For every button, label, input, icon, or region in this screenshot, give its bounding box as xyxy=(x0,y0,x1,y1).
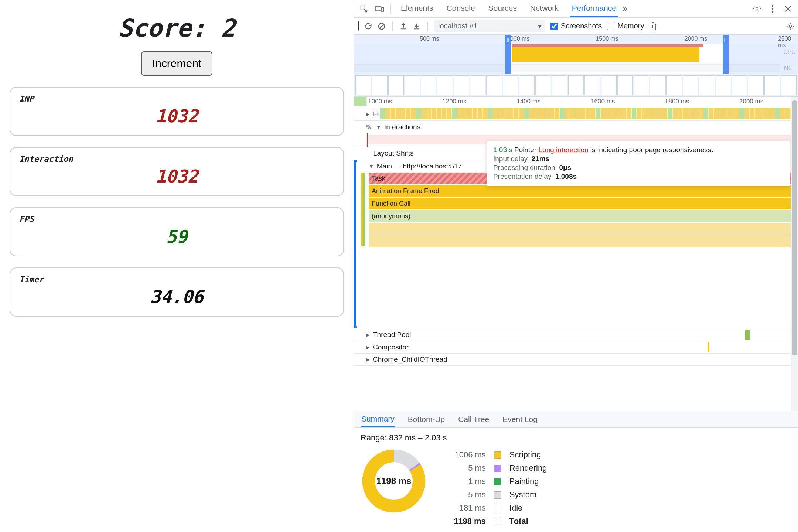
metric-fps: FPS 59 xyxy=(10,207,344,256)
metric-label-timer: Timer xyxy=(19,275,334,284)
perf-settings-gear-icon[interactable] xyxy=(786,22,794,30)
metric-interaction: Interaction 1032 xyxy=(10,147,344,196)
clear-icon[interactable] xyxy=(378,22,386,30)
context-select[interactable]: localhost #1 ▾ xyxy=(434,20,545,32)
svg-point-6 xyxy=(772,11,774,13)
screenshots-label: Screenshots xyxy=(561,22,602,30)
metric-value-fps: 59 xyxy=(19,226,334,247)
inspect-icon[interactable] xyxy=(357,2,371,16)
ov-tick: 2000 ms xyxy=(685,35,707,42)
svg-point-5 xyxy=(772,8,774,10)
lane-frames[interactable]: /* placeholder for SSR-less */ ▶ Frames xyxy=(354,108,791,121)
legend-row: 5 msSystem xyxy=(450,488,550,501)
metric-timer: Timer 34.06 xyxy=(10,267,344,317)
increment-button[interactable]: Increment xyxy=(141,51,212,76)
tab-bottom-up[interactable]: Bottom-Up xyxy=(407,412,446,427)
metric-value-interaction: 1032 xyxy=(19,166,334,187)
tab-performance[interactable]: Performance xyxy=(570,0,618,17)
devtools-panel: Elements Console Sources Network Perform… xyxy=(354,0,798,532)
overview-ruler: 500 ms 1000 ms 1500 ms 2000 ms 2500 ms xyxy=(354,35,798,44)
summary-donut: 1198 ms xyxy=(361,448,427,514)
legend-total: 1198 msTotal xyxy=(450,515,550,528)
svg-point-3 xyxy=(756,7,758,10)
chevron-down-icon: ▼ xyxy=(369,163,374,169)
flame-animation-frame[interactable]: Animation Frame Fired xyxy=(369,185,791,197)
tooltip-tail: is indicating poor page responsiveness. xyxy=(590,146,713,154)
more-tabs-icon[interactable]: » xyxy=(623,4,624,14)
upload-icon[interactable] xyxy=(399,22,407,30)
metric-value-inp: 1032 xyxy=(19,106,334,126)
memory-label: Memory xyxy=(617,22,644,30)
flame-bar[interactable] xyxy=(369,235,791,247)
devtools-tabbar: Elements Console Sources Network Perform… xyxy=(354,0,798,18)
close-devtools-icon[interactable] xyxy=(781,2,795,16)
tab-network[interactable]: Network xyxy=(529,0,560,17)
lane-label-main: Main — http://localhost:517 xyxy=(377,162,462,170)
tab-call-tree[interactable]: Call Tree xyxy=(457,412,490,427)
screenshots-checkbox[interactable]: Screenshots xyxy=(550,22,602,30)
tab-console[interactable]: Console xyxy=(445,0,477,17)
legend-row: 181 msIdle xyxy=(450,502,550,514)
svg-rect-2 xyxy=(382,7,383,11)
overview-minimap[interactable]: 500 ms 1000 ms 1500 ms 2000 ms 2500 ms C… xyxy=(354,35,798,74)
chevron-right-icon: ▶ xyxy=(366,344,370,350)
summary-tabs: Summary Bottom-Up Call Tree Event Log xyxy=(354,411,798,428)
metric-label-inp: INP xyxy=(19,94,334,103)
app-panel: Score: 2 Increment INP 1032 Interaction … xyxy=(0,0,354,532)
flame-function-call[interactable]: Function Call xyxy=(369,198,791,209)
settings-gear-icon[interactable] xyxy=(750,2,764,16)
tooltip-duration: 1.03 s xyxy=(493,146,512,154)
device-icon[interactable] xyxy=(372,2,386,16)
tooltip-link[interactable]: Long interaction xyxy=(539,146,589,154)
screenshot-filmstrip[interactable] xyxy=(354,74,798,97)
score-title: Score: 2 xyxy=(10,14,344,42)
lane-label: Thread Pool xyxy=(373,331,411,339)
ov-tick: 1500 ms xyxy=(596,35,618,42)
legend-row: 1 msPainting xyxy=(450,475,550,488)
score-value: 2 xyxy=(221,14,236,42)
tab-sources[interactable]: Sources xyxy=(487,0,518,17)
summary-range: Range: 832 ms – 2.03 s xyxy=(361,433,791,443)
tooltip-ptr: Pointer xyxy=(514,146,536,154)
pencil-icon: ✎ xyxy=(366,123,372,132)
flame-bar[interactable] xyxy=(369,223,791,235)
donut-center: 1198 ms xyxy=(361,448,427,514)
lane-compositor[interactable]: ▶ Compositor xyxy=(354,341,791,353)
chevron-right-icon: ▶ xyxy=(366,357,370,362)
flame-scrollbar[interactable] xyxy=(791,97,798,411)
flame-anonymous[interactable]: (anonymous) xyxy=(369,210,791,222)
overview-handle-right[interactable]: || xyxy=(723,35,729,74)
metric-label-interaction: Interaction xyxy=(19,154,334,164)
perf-toolbar: localhost #1 ▾ Screenshots Memory xyxy=(354,18,798,35)
overview-handle-left[interactable]: || xyxy=(505,35,511,74)
lane-label-interactions: Interactions xyxy=(384,123,420,131)
flamechart-area: 1000 ms 1200 ms 1400 ms 1600 ms 1800 ms … xyxy=(354,97,798,411)
legend-row: 5 msRendering xyxy=(450,462,550,474)
tab-event-log[interactable]: Event Log xyxy=(502,412,538,427)
tab-elements[interactable]: Elements xyxy=(399,0,435,17)
metric-inp: INP 1032 xyxy=(10,87,344,136)
svg-rect-8 xyxy=(651,24,655,30)
lane-label: Chrome_ChildIOThread xyxy=(373,355,447,364)
lane-child-io[interactable]: ▶ Chrome_ChildIOThread xyxy=(354,353,791,366)
tab-summary[interactable]: Summary xyxy=(361,412,395,427)
legend-row: 1006 msScripting xyxy=(450,449,550,461)
record-icon[interactable] xyxy=(358,22,359,30)
ov-tick: 500 ms xyxy=(420,35,439,42)
reload-icon[interactable] xyxy=(364,22,372,30)
interaction-tooltip: 1.03 s Pointer Long interaction is indic… xyxy=(487,141,790,186)
summary-legend: 1006 msScripting 5 msRendering 1 msPaint… xyxy=(449,448,551,528)
svg-rect-1 xyxy=(375,7,381,11)
chevron-right-icon: ▶ xyxy=(366,332,370,338)
screenshots-checkbox-input[interactable] xyxy=(550,23,558,30)
gc-icon[interactable] xyxy=(649,22,657,31)
memory-checkbox[interactable]: Memory xyxy=(607,22,644,30)
download-icon[interactable] xyxy=(413,22,421,30)
memory-checkbox-input[interactable] xyxy=(607,23,614,30)
kebab-menu-icon[interactable] xyxy=(765,2,780,16)
context-select-value: localhost #1 xyxy=(438,22,478,30)
lane-thread-pool[interactable]: ▶ Thread Pool xyxy=(354,328,791,341)
svg-point-9 xyxy=(789,25,791,27)
svg-point-4 xyxy=(772,5,774,7)
metric-label-fps: FPS xyxy=(19,215,334,224)
